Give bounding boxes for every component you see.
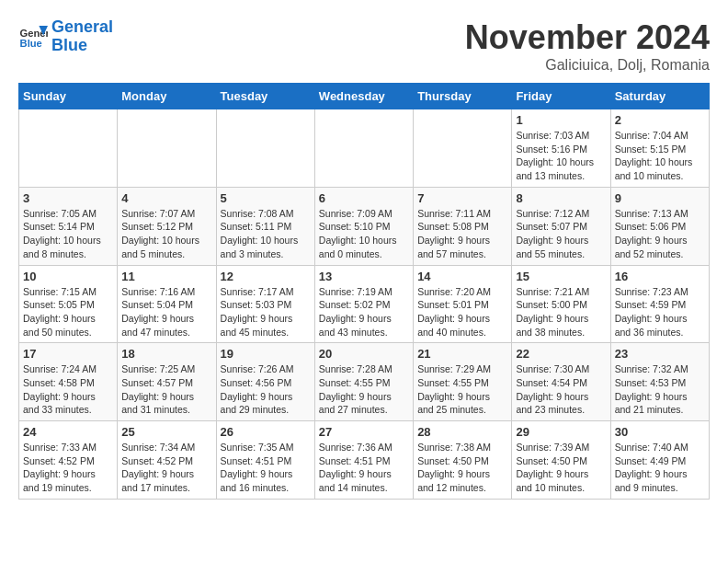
weekday-header-monday: Monday — [118, 84, 216, 109]
day-info: Sunrise: 7:26 AMSunset: 4:56 PMDaylight:… — [221, 362, 311, 417]
calendar-cell: 17Sunrise: 7:24 AMSunset: 4:58 PMDayligh… — [19, 343, 118, 421]
day-number: 7 — [417, 191, 507, 205]
day-info: Sunrise: 7:24 AMSunset: 4:58 PMDaylight:… — [23, 362, 113, 417]
calendar-cell: 11Sunrise: 7:16 AMSunset: 5:04 PMDayligh… — [118, 265, 216, 343]
calendar-cell: 2Sunrise: 7:04 AMSunset: 5:15 PMDaylight… — [610, 109, 709, 188]
day-number: 24 — [23, 425, 113, 439]
day-info: Sunrise: 7:15 AMSunset: 5:05 PMDaylight:… — [23, 285, 113, 339]
calendar-cell — [414, 109, 512, 188]
day-info: Sunrise: 7:17 AMSunset: 5:03 PMDaylight:… — [221, 285, 311, 339]
weekday-header-wednesday: Wednesday — [314, 84, 413, 109]
calendar-cell: 21Sunrise: 7:29 AMSunset: 4:55 PMDayligh… — [414, 343, 512, 421]
day-info: Sunrise: 7:23 AMSunset: 4:59 PMDaylight:… — [615, 285, 705, 339]
weekday-header-friday: Friday — [512, 84, 610, 109]
day-number: 22 — [516, 347, 606, 361]
weekday-header-tuesday: Tuesday — [216, 84, 314, 109]
day-info: Sunrise: 7:40 AMSunset: 4:49 PMDaylight:… — [615, 441, 705, 495]
calendar-cell: 5Sunrise: 7:08 AMSunset: 5:11 PMDaylight… — [216, 187, 314, 265]
day-info: Sunrise: 7:35 AMSunset: 4:51 PMDaylight:… — [221, 441, 311, 495]
day-number: 5 — [221, 191, 311, 205]
calendar-cell: 12Sunrise: 7:17 AMSunset: 5:03 PMDayligh… — [216, 265, 314, 343]
day-info: Sunrise: 7:03 AMSunset: 5:16 PMDaylight:… — [516, 129, 606, 183]
day-info: Sunrise: 7:11 AMSunset: 5:08 PMDaylight:… — [417, 207, 507, 261]
month-title: November 2024 — [465, 18, 710, 57]
calendar-cell: 6Sunrise: 7:09 AMSunset: 5:10 PMDaylight… — [314, 187, 413, 265]
day-info: Sunrise: 7:38 AMSunset: 4:50 PMDaylight:… — [417, 441, 507, 495]
calendar-cell: 13Sunrise: 7:19 AMSunset: 5:02 PMDayligh… — [314, 265, 413, 343]
day-number: 30 — [615, 425, 705, 439]
calendar-cell: 4Sunrise: 7:07 AMSunset: 5:12 PMDaylight… — [118, 187, 216, 265]
svg-text:Blue: Blue — [20, 38, 42, 49]
day-info: Sunrise: 7:13 AMSunset: 5:06 PMDaylight:… — [615, 207, 705, 261]
day-number: 4 — [121, 191, 211, 205]
day-number: 6 — [319, 191, 409, 205]
calendar-cell: 1Sunrise: 7:03 AMSunset: 5:16 PMDaylight… — [512, 109, 610, 188]
calendar-week-row: 17Sunrise: 7:24 AMSunset: 4:58 PMDayligh… — [19, 343, 710, 421]
calendar-cell: 8Sunrise: 7:12 AMSunset: 5:07 PMDaylight… — [512, 187, 610, 265]
day-info: Sunrise: 7:05 AMSunset: 5:14 PMDaylight:… — [23, 207, 113, 261]
calendar-cell: 3Sunrise: 7:05 AMSunset: 5:14 PMDaylight… — [19, 187, 118, 265]
day-number: 8 — [516, 191, 606, 205]
calendar-header-row: SundayMondayTuesdayWednesdayThursdayFrid… — [19, 84, 710, 109]
day-number: 16 — [615, 270, 705, 283]
day-info: Sunrise: 7:29 AMSunset: 4:55 PMDaylight:… — [417, 362, 507, 417]
day-number: 12 — [221, 270, 311, 283]
day-info: Sunrise: 7:39 AMSunset: 4:50 PMDaylight:… — [516, 441, 606, 495]
calendar-cell: 29Sunrise: 7:39 AMSunset: 4:50 PMDayligh… — [512, 421, 610, 500]
day-number: 27 — [319, 425, 409, 439]
day-number: 14 — [417, 270, 507, 283]
logo-text: GeneralBlue — [51, 18, 113, 55]
day-number: 15 — [516, 270, 606, 283]
day-number: 25 — [121, 425, 211, 439]
day-info: Sunrise: 7:12 AMSunset: 5:07 PMDaylight:… — [516, 207, 606, 261]
calendar-week-row: 24Sunrise: 7:33 AMSunset: 4:52 PMDayligh… — [19, 421, 710, 500]
calendar-cell: 26Sunrise: 7:35 AMSunset: 4:51 PMDayligh… — [216, 421, 314, 500]
calendar-cell: 23Sunrise: 7:32 AMSunset: 4:53 PMDayligh… — [610, 343, 709, 421]
calendar-cell: 30Sunrise: 7:40 AMSunset: 4:49 PMDayligh… — [610, 421, 709, 500]
day-info: Sunrise: 7:34 AMSunset: 4:52 PMDaylight:… — [121, 441, 211, 495]
calendar-cell: 18Sunrise: 7:25 AMSunset: 4:57 PMDayligh… — [118, 343, 216, 421]
day-number: 20 — [319, 347, 409, 361]
page-header: General Blue GeneralBlue November 2024 G… — [18, 18, 710, 74]
day-number: 19 — [221, 347, 311, 361]
day-info: Sunrise: 7:28 AMSunset: 4:55 PMDaylight:… — [319, 362, 409, 417]
day-info: Sunrise: 7:33 AMSunset: 4:52 PMDaylight:… — [23, 441, 113, 495]
day-number: 11 — [121, 270, 211, 283]
day-info: Sunrise: 7:32 AMSunset: 4:53 PMDaylight:… — [615, 362, 705, 417]
day-number: 2 — [615, 113, 705, 127]
day-info: Sunrise: 7:21 AMSunset: 5:00 PMDaylight:… — [516, 285, 606, 339]
logo: General Blue GeneralBlue — [18, 18, 113, 55]
weekday-header-sunday: Sunday — [19, 84, 118, 109]
calendar-week-row: 1Sunrise: 7:03 AMSunset: 5:16 PMDaylight… — [19, 109, 710, 188]
calendar-table: SundayMondayTuesdayWednesdayThursdayFrid… — [18, 83, 710, 500]
calendar-week-row: 3Sunrise: 7:05 AMSunset: 5:14 PMDaylight… — [19, 187, 710, 265]
day-info: Sunrise: 7:07 AMSunset: 5:12 PMDaylight:… — [121, 207, 211, 261]
calendar-cell: 9Sunrise: 7:13 AMSunset: 5:06 PMDaylight… — [610, 187, 709, 265]
calendar-week-row: 10Sunrise: 7:15 AMSunset: 5:05 PMDayligh… — [19, 265, 710, 343]
location-subtitle: Galiciuica, Dolj, Romania — [465, 57, 710, 74]
day-number: 21 — [417, 347, 507, 361]
calendar-cell: 24Sunrise: 7:33 AMSunset: 4:52 PMDayligh… — [19, 421, 118, 500]
day-number: 28 — [417, 425, 507, 439]
day-number: 17 — [23, 347, 113, 361]
day-number: 9 — [615, 191, 705, 205]
day-info: Sunrise: 7:36 AMSunset: 4:51 PMDaylight:… — [319, 441, 409, 495]
day-number: 3 — [23, 191, 113, 205]
day-number: 26 — [221, 425, 311, 439]
day-info: Sunrise: 7:09 AMSunset: 5:10 PMDaylight:… — [319, 207, 409, 261]
calendar-cell: 22Sunrise: 7:30 AMSunset: 4:54 PMDayligh… — [512, 343, 610, 421]
logo-icon: General Blue — [18, 22, 48, 52]
calendar-cell: 14Sunrise: 7:20 AMSunset: 5:01 PMDayligh… — [414, 265, 512, 343]
calendar-cell: 28Sunrise: 7:38 AMSunset: 4:50 PMDayligh… — [414, 421, 512, 500]
calendar-cell: 15Sunrise: 7:21 AMSunset: 5:00 PMDayligh… — [512, 265, 610, 343]
day-info: Sunrise: 7:19 AMSunset: 5:02 PMDaylight:… — [319, 285, 409, 339]
day-number: 1 — [516, 113, 606, 127]
day-number: 23 — [615, 347, 705, 361]
calendar-cell: 7Sunrise: 7:11 AMSunset: 5:08 PMDaylight… — [414, 187, 512, 265]
calendar-cell: 16Sunrise: 7:23 AMSunset: 4:59 PMDayligh… — [610, 265, 709, 343]
day-number: 10 — [23, 270, 113, 283]
calendar-cell: 10Sunrise: 7:15 AMSunset: 5:05 PMDayligh… — [19, 265, 118, 343]
calendar-cell — [19, 109, 118, 188]
day-number: 13 — [319, 270, 409, 283]
calendar-body: 1Sunrise: 7:03 AMSunset: 5:16 PMDaylight… — [19, 109, 710, 500]
